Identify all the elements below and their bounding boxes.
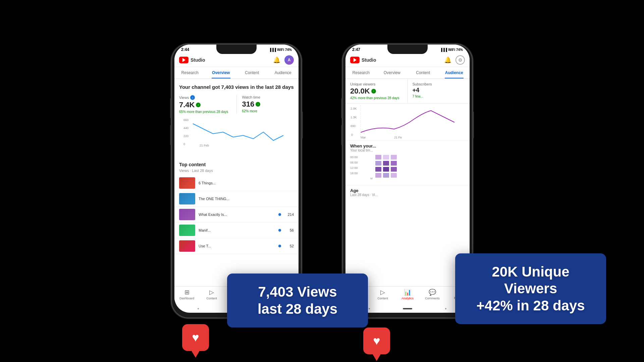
scene: 2:44 ▐▐▐ WiFi 74% Studio 🔔 A: [0, 0, 644, 362]
list-item-0: 6 Things...: [174, 175, 299, 191]
nav-content-left[interactable]: ▷ Content: [199, 289, 224, 300]
gesture-left-dot: [198, 308, 199, 309]
svg-text:220: 220: [183, 134, 189, 138]
thumb-3: [179, 225, 195, 236]
tab-audience-right[interactable]: Audience: [439, 67, 470, 78]
heart-btn-right[interactable]: [363, 327, 390, 354]
uv-change: 42% more than previous 28 days: [350, 96, 403, 100]
tab-overview-left[interactable]: Overview: [206, 67, 237, 78]
time-right: 2:47: [352, 47, 360, 52]
nav-content-right[interactable]: ▷ Content: [370, 289, 395, 300]
analytics-icon-right: 📊: [404, 289, 411, 296]
views-label: Views i: [179, 95, 231, 100]
chart-svg-left: 660 440 220 0 21 Feb: [179, 117, 294, 147]
when-online-subtitle: Your local tim...: [350, 148, 465, 152]
notch-right: [387, 45, 428, 54]
svg-text:440: 440: [183, 126, 189, 130]
svg-rect-17: [383, 161, 389, 166]
overview-content-left: Your channel got 7,403 views in the last…: [174, 79, 299, 159]
when-online-header: When your... Your local tim...: [345, 140, 470, 153]
bell-icon-left[interactable]: 🔔: [273, 56, 280, 64]
phone-right-screen: 2:47 ▐▐▐ WiFi 74% Studio 🔔 ⚙: [345, 45, 470, 313]
overlay-line1-left: 7,403 Views: [240, 284, 355, 300]
tab-content-left[interactable]: Content: [236, 67, 268, 78]
gesture-center-bar-right: [403, 308, 412, 309]
uv-up-icon: ↑: [371, 89, 376, 94]
views-info-icon: i: [190, 95, 195, 100]
overlay-line2-right: +42% in 28 days: [469, 297, 593, 314]
battery-right: 74%: [456, 48, 463, 52]
nav-analytics-label-right: Analytics: [401, 297, 414, 300]
svg-rect-13: [375, 155, 381, 160]
svg-text:0: 0: [183, 142, 185, 146]
svg-rect-14: [383, 155, 389, 160]
tab-content-right[interactable]: Content: [408, 67, 439, 78]
bell-icon-right[interactable]: 🔔: [444, 56, 451, 64]
thumb-4: [179, 240, 195, 252]
nav-dashboard-label-left: Dashboard: [179, 297, 194, 300]
audience-stats: Unique viewers 20.0K ↑ 42% more than pre…: [345, 79, 470, 104]
dot-2: [278, 213, 281, 216]
phone-left: 2:44 ▐▐▐ WiFi 74% Studio 🔔 A: [171, 44, 302, 318]
signal-icon-right: ▐▐▐: [440, 48, 447, 52]
subs-label: Subscribers: [413, 82, 465, 86]
time-2: 12:00: [350, 166, 363, 170]
item-title-1: The ONE THING...: [199, 196, 294, 201]
settings-icon-right[interactable]: ⚙: [455, 55, 465, 65]
item-title-4: Use T...: [199, 244, 275, 248]
dot-4: [278, 245, 281, 247]
svg-rect-24: [391, 173, 397, 178]
age-title: Age: [350, 188, 465, 193]
nav-dashboard-left[interactable]: ⊞ Dashboard: [174, 289, 199, 300]
tab-research-left[interactable]: Research: [174, 67, 206, 78]
tab-research-right[interactable]: Research: [345, 67, 377, 78]
gesture-right-dot-right: [445, 308, 446, 309]
watch-change: 62% more: [242, 109, 294, 113]
content-icon-right: ▷: [380, 289, 385, 296]
nav-content-label-right: Content: [377, 297, 388, 300]
svg-rect-21: [391, 167, 397, 172]
views-chart-left: 660 440 220 0 21 Feb: [179, 117, 294, 150]
time-left: 2:44: [181, 47, 189, 52]
studio-label-right: Studio: [362, 57, 376, 63]
overlay-text-left: 7,403 Views last 28 days: [240, 284, 355, 317]
spline-svg: 2.0K 1.3K 690 0 Mar 21 Fe: [350, 106, 465, 139]
item-title-2: What Exactly Is...: [199, 212, 275, 217]
svg-rect-20: [383, 167, 389, 172]
yt-header-right: Studio 🔔 ⚙: [345, 53, 470, 67]
tab-overview-right[interactable]: Overview: [377, 67, 408, 78]
wifi-icon-right: WiFi: [448, 48, 455, 52]
svg-text:21 Fe: 21 Fe: [394, 136, 402, 139]
views-value: 7.4K ↑: [179, 101, 231, 109]
avatar-left[interactable]: A: [284, 55, 294, 65]
watch-value: 316 ↑: [242, 100, 294, 109]
content-icon-left: ▷: [209, 289, 214, 296]
views-up-icon: ↑: [196, 103, 201, 107]
stats-divider: [236, 95, 237, 114]
studio-label-left: Studio: [191, 57, 205, 63]
nav-comments-right[interactable]: 💬 Comments: [420, 289, 445, 300]
tab-audience-left[interactable]: Audience: [268, 67, 299, 78]
heart-btn-left[interactable]: [182, 324, 209, 351]
top-content-subtitle: Views · Last 28 days: [174, 169, 299, 175]
gesture-left-dot-right: [369, 308, 370, 309]
stats-row-left: Views i 7.4K ↑ 65% more than previous 28…: [179, 95, 294, 114]
svg-text:M: M: [370, 177, 373, 180]
overlay-line2-left: last 28 days: [240, 301, 355, 317]
comments-icon-right: 💬: [429, 289, 436, 296]
time-labels: 00:00 06:00 12:00 18:00: [350, 156, 363, 182]
nav-analytics-right[interactable]: 📊 Analytics: [395, 289, 420, 300]
svg-rect-22: [375, 173, 381, 178]
subs-value: +4: [413, 87, 465, 94]
subscribers-box: Subscribers +4 7 few...: [408, 79, 470, 103]
unique-viewers-box: Unique viewers 20.0K ↑ 42% more than pre…: [345, 79, 408, 103]
list-item-2: What Exactly Is... 214: [174, 207, 299, 223]
dot-3: [278, 229, 281, 232]
svg-text:2.0K: 2.0K: [351, 107, 357, 110]
youtube-icon-right: [350, 57, 360, 63]
yt-logo-right: Studio: [350, 57, 376, 63]
svg-rect-19: [375, 167, 381, 172]
phone-left-screen: 2:44 ▐▐▐ WiFi 74% Studio 🔔 A: [174, 45, 299, 313]
views-stat: Views i 7.4K ↑ 65% more than previous 28…: [179, 95, 231, 114]
svg-rect-18: [391, 161, 397, 166]
